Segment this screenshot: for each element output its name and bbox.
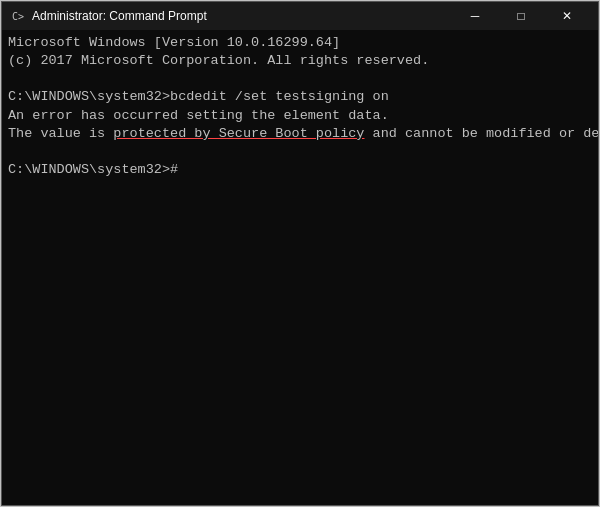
blank-line-1	[8, 70, 592, 88]
svg-text:C>: C>	[12, 11, 24, 22]
secure-boot-underlined: protected by Secure Boot policy	[113, 126, 364, 141]
title-bar: C> Administrator: Command Prompt ─ □ ✕	[2, 2, 598, 30]
cmd-icon: C>	[10, 8, 26, 24]
command-prompt-window: C> Administrator: Command Prompt ─ □ ✕ M…	[1, 1, 599, 506]
secure-boot-line: The value is protected by Secure Boot po…	[8, 125, 592, 143]
command-line: C:\WINDOWS\system32>bcdedit /set testsig…	[8, 88, 592, 106]
command-text: bcdedit /set testsigning on	[170, 89, 389, 104]
prompt-1: C:\WINDOWS\system32>	[8, 89, 170, 104]
version-line: Microsoft Windows [Version 10.0.16299.64…	[8, 34, 592, 52]
terminal-body[interactable]: Microsoft Windows [Version 10.0.16299.64…	[2, 30, 598, 505]
secure-boot-line-part1: The value is	[8, 126, 113, 141]
minimize-button[interactable]: ─	[452, 2, 498, 30]
final-prompt-line: C:\WINDOWS\system32>#	[8, 161, 592, 179]
close-button[interactable]: ✕	[544, 2, 590, 30]
maximize-button[interactable]: □	[498, 2, 544, 30]
error-line: An error has occurred setting the elemen…	[8, 107, 592, 125]
window-controls: ─ □ ✕	[452, 2, 590, 30]
secure-boot-line-part2: and cannot be modified or deleted.	[364, 126, 598, 141]
window-title: Administrator: Command Prompt	[32, 9, 452, 23]
copyright-line: (c) 2017 Microsoft Corporation. All righ…	[8, 52, 592, 70]
blank-line-2	[8, 143, 592, 161]
